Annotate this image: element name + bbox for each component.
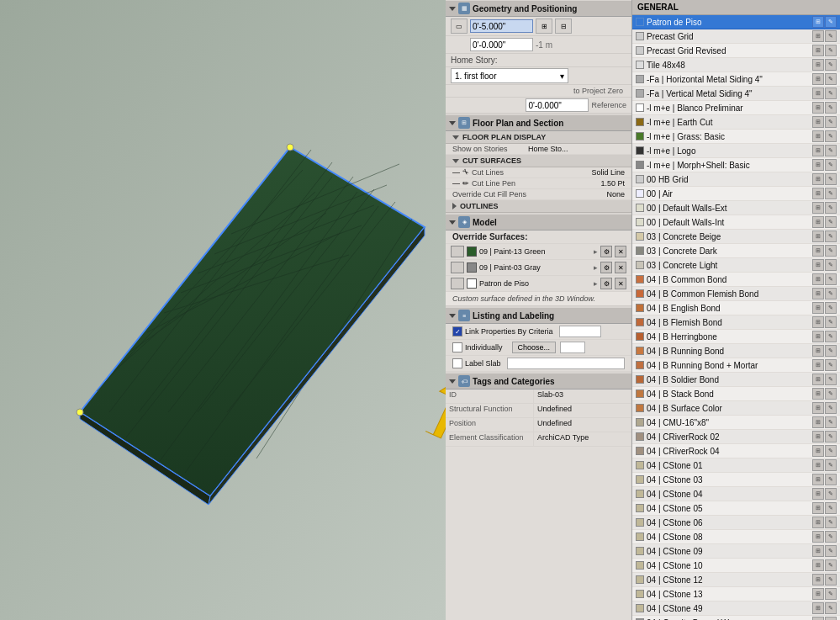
mat-item-40[interactable]: 04 | CStone 13⊞✎: [632, 587, 840, 601]
mat-item-7[interactable]: -l m+e | Earth Cut⊞✎: [632, 115, 840, 130]
mat-btn2-23[interactable]: ✎: [825, 345, 837, 357]
mat-btn1-12[interactable]: ⊞: [812, 188, 824, 199]
mat-item-42[interactable]: 04 | Granite Bump LW⊞✎: [632, 616, 840, 620]
mat-item-20[interactable]: 04 | B English Bond⊞✎: [632, 301, 840, 315]
mat-btn1-16[interactable]: ⊞: [812, 245, 824, 257]
label-slab-checkbox[interactable]: [452, 358, 462, 368]
mat-btn2-35[interactable]: ✎: [825, 517, 837, 528]
mat-btn1-3[interactable]: ⊞: [812, 59, 824, 71]
mat-btn2-7[interactable]: ✎: [825, 116, 837, 128]
mat-btn2-24[interactable]: ✎: [825, 359, 837, 371]
mat-btn1-22[interactable]: ⊞: [812, 331, 824, 342]
mat-btn2-39[interactable]: ✎: [825, 574, 837, 586]
mat-btn1-11[interactable]: ⊞: [812, 173, 824, 185]
mat-btn1-29[interactable]: ⊞: [812, 431, 824, 442]
mat-btn2-14[interactable]: ✎: [825, 216, 837, 228]
mat-btn2-28[interactable]: ✎: [825, 416, 837, 428]
mat-item-0[interactable]: Patron de Piso⊞✎: [632, 15, 840, 29]
mat-item-39[interactable]: 04 | CStone 12⊞✎: [632, 573, 840, 587]
mat-item-18[interactable]: 04 | B Common Bond⊞✎: [632, 273, 840, 287]
mat-item-23[interactable]: 04 | B Running Bond⊞✎: [632, 344, 840, 358]
home-story-select[interactable]: 1. first floor ▾: [451, 68, 568, 83]
mat-btn1-9[interactable]: ⊞: [812, 145, 824, 156]
mat-btn2-41[interactable]: ✎: [825, 602, 837, 614]
mat-item-33[interactable]: 04 | CStone 04⊞✎: [632, 487, 840, 501]
mat-btn1-32[interactable]: ⊞: [812, 474, 824, 485]
mat-item-13[interactable]: 00 | Default Walls-Ext⊞✎: [632, 201, 840, 215]
mat-btn2-36[interactable]: ✎: [825, 531, 837, 543]
mat-btn1-34[interactable]: ⊞: [812, 502, 824, 514]
mat-btn1-5[interactable]: ⊞: [812, 87, 824, 99]
mat-item-36[interactable]: 04 | CStone 08⊞✎: [632, 530, 840, 544]
mat-btn1-26[interactable]: ⊞: [812, 388, 824, 400]
mat-btn1-35[interactable]: ⊞: [812, 517, 824, 528]
mat-item-2[interactable]: Precast Grid Revised⊞✎: [632, 44, 840, 58]
mat-item-32[interactable]: 04 | CStone 03⊞✎: [632, 473, 840, 487]
mat-btn2-4[interactable]: ✎: [825, 73, 837, 85]
mat-btn1-38[interactable]: ⊞: [812, 559, 824, 571]
mat-btn2-18[interactable]: ✎: [825, 273, 837, 285]
mat-btn1-2[interactable]: ⊞: [812, 45, 824, 56]
surface-btn-x-0[interactable]: ✕: [615, 246, 626, 257]
mat-btn2-30[interactable]: ✎: [825, 445, 837, 457]
mat-btn2-1[interactable]: ✎: [825, 30, 837, 42]
mat-item-38[interactable]: 04 | CStone 10⊞✎: [632, 559, 840, 573]
mat-item-25[interactable]: 04 | B Soldier Bond⊞✎: [632, 373, 840, 387]
geometry-section-header[interactable]: ▦ Geometry and Positioning: [446, 0, 631, 17]
listing-section-header[interactable]: ≡ Listing and Labeling: [446, 306, 631, 324]
mat-btn2-32[interactable]: ✎: [825, 474, 837, 485]
mat-item-26[interactable]: 04 | B Stack Bond⊞✎: [632, 387, 840, 401]
mat-item-34[interactable]: 04 | CStone 05⊞✎: [632, 501, 840, 516]
mat-btn2-19[interactable]: ✎: [825, 288, 837, 299]
mat-btn2-3[interactable]: ✎: [825, 59, 837, 71]
mat-btn2-31[interactable]: ✎: [825, 459, 837, 471]
mat-item-21[interactable]: 04 | B Flemish Bond⊞✎: [632, 315, 840, 330]
mat-item-19[interactable]: 04 | B Common Flemish Bond⊞✎: [632, 287, 840, 301]
mat-btn1-25[interactable]: ⊞: [812, 374, 824, 385]
mat-btn2-6[interactable]: ✎: [825, 102, 837, 114]
mat-btn1-36[interactable]: ⊞: [812, 531, 824, 543]
mat-btn2-21[interactable]: ✎: [825, 316, 837, 328]
surface-btn-x-2[interactable]: ✕: [615, 278, 626, 289]
mat-btn1-7[interactable]: ⊞: [812, 116, 824, 128]
tags-section-header[interactable]: 🏷 Tags and Categories: [446, 372, 631, 389]
mat-item-30[interactable]: 04 | CRiverRock 04⊞✎: [632, 444, 840, 458]
mat-btn2-42[interactable]: ✎: [825, 617, 837, 620]
mat-item-4[interactable]: -Fa | Horizontal Metal Siding 4"⊞✎: [632, 72, 840, 87]
mat-btn1-30[interactable]: ⊞: [812, 445, 824, 457]
mat-btn2-22[interactable]: ✎: [825, 331, 837, 342]
mat-btn2-8[interactable]: ✎: [825, 130, 837, 142]
mat-btn1-17[interactable]: ⊞: [812, 259, 824, 271]
mat-item-28[interactable]: 04 | CMU-16"x8"⊞✎: [632, 416, 840, 430]
mat-btn1-27[interactable]: ⊞: [812, 402, 824, 414]
mat-item-37[interactable]: 04 | CStone 09⊞✎: [632, 544, 840, 559]
mat-item-29[interactable]: 04 | CRiverRock 02⊞✎: [632, 430, 840, 444]
mat-btn1-24[interactable]: ⊞: [812, 359, 824, 371]
mat-item-16[interactable]: 03 | Concrete Dark⊞✎: [632, 244, 840, 258]
mat-item-3[interactable]: Tile 48x48⊞✎: [632, 58, 840, 72]
mat-btn1-41[interactable]: ⊞: [812, 602, 824, 614]
mat-btn1-23[interactable]: ⊞: [812, 345, 824, 357]
mat-btn1-33[interactable]: ⊞: [812, 488, 824, 500]
mat-btn2-33[interactable]: ✎: [825, 488, 837, 500]
mat-btn1-4[interactable]: ⊞: [812, 73, 824, 85]
surface-row-2[interactable]: Patron de Piso ▸ ⚙ ✕: [446, 276, 631, 292]
mat-item-27[interactable]: 04 | B Surface Color⊞✎: [632, 401, 840, 416]
mat-btn1-42[interactable]: ⊞: [812, 617, 824, 620]
mat-item-12[interactable]: 00 | Air⊞✎: [632, 187, 840, 201]
mat-btn1-20[interactable]: ⊞: [812, 302, 824, 314]
mat-item-35[interactable]: 04 | CStone 06⊞✎: [632, 516, 840, 530]
mat-btn2-12[interactable]: ✎: [825, 188, 837, 199]
mat-item-31[interactable]: 04 | CStone 01⊞✎: [632, 458, 840, 473]
mat-btn1-40[interactable]: ⊞: [812, 588, 824, 600]
mat-item-22[interactable]: 04 | B Herringbone⊞✎: [632, 330, 840, 344]
mat-btn1-18[interactable]: ⊞: [812, 273, 824, 285]
mat-item-5[interactable]: -Fa | Vertical Metal Siding 4"⊞✎: [632, 87, 840, 101]
mat-btn2-11[interactable]: ✎: [825, 173, 837, 185]
mat-btn2-2[interactable]: ✎: [825, 45, 837, 56]
surface-btn-gear-0[interactable]: ⚙: [600, 246, 612, 257]
mat-btn1-10[interactable]: ⊞: [812, 159, 824, 171]
mat-btn1-0[interactable]: ⊞: [812, 16, 824, 28]
mat-item-41[interactable]: 04 | CStone 49⊞✎: [632, 601, 840, 616]
mat-btn2-13[interactable]: ✎: [825, 202, 837, 214]
